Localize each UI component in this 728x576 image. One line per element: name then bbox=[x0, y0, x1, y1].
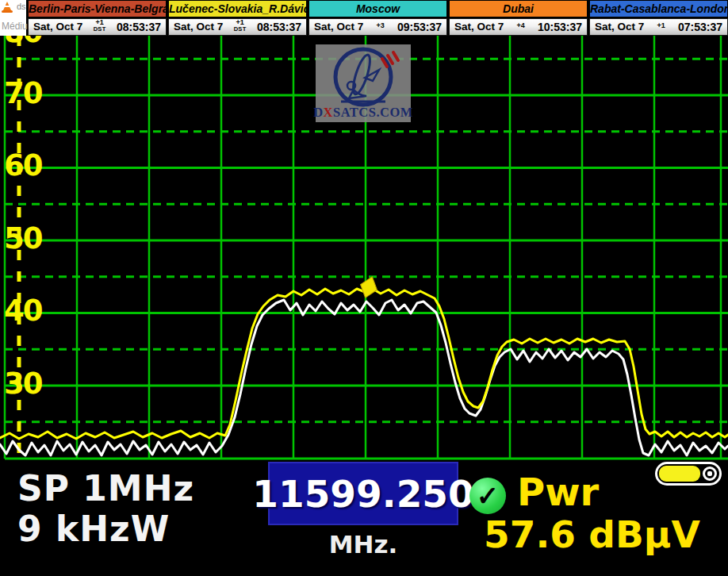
peak-marker[interactable] bbox=[357, 274, 381, 300]
y-axis-label: 70 bbox=[4, 79, 42, 108]
clock-panel: Dubai Sat, Oct 7 +4 10:53:37 bbox=[447, 0, 588, 36]
world-clock-bar: ds Médiu Berlin-Paris-Vienna-Belgrade Sa… bbox=[0, 0, 728, 36]
timezone-block: +4 bbox=[516, 22, 524, 29]
clock-panel: Moscow Sat, Oct 7 +3 09:53:37 bbox=[307, 0, 447, 36]
frequency-value: 11599.250 bbox=[252, 472, 473, 516]
timezone-block: +1 DST bbox=[94, 19, 106, 33]
time-label: 07:53:37 bbox=[678, 21, 722, 33]
city-label: Dubai bbox=[449, 0, 588, 18]
battery-icon bbox=[655, 462, 722, 486]
date-label: Sat, Oct 7 bbox=[174, 21, 223, 33]
time-row: Sat, Oct 7 +1 DST 08:53:37 bbox=[168, 18, 307, 36]
dst-label: DST bbox=[234, 26, 247, 33]
clock-panel: Lučenec-Slovakia_R.Dávid Sat, Oct 7 +1 D… bbox=[167, 0, 307, 36]
city-label: Rabat-Casablanca-London bbox=[589, 0, 728, 18]
timezone-block: +1 bbox=[657, 22, 665, 29]
time-label: 08:53:37 bbox=[117, 21, 161, 33]
city-label: Moscow bbox=[308, 0, 447, 18]
logo-text: DXSATCS.COM bbox=[313, 106, 413, 120]
date-label: Sat, Oct 7 bbox=[454, 21, 504, 33]
time-label: 10:53:37 bbox=[538, 21, 582, 33]
date-label: Sat, Oct 7 bbox=[33, 21, 82, 33]
time-row: Sat, Oct 7 +3 09:53:37 bbox=[308, 18, 447, 36]
dxsatcs-logo: DXSATCS.COM bbox=[316, 44, 411, 122]
vlc-title-fragment: ds bbox=[17, 2, 26, 11]
lock-ok-icon: ✓ bbox=[469, 478, 506, 514]
vlc-media-menu[interactable]: Médiu bbox=[2, 21, 28, 32]
utc-offset-label: +1 bbox=[657, 22, 665, 29]
city-label: Berlin-Paris-Vienna-Belgrade bbox=[28, 0, 167, 18]
city-label: Lučenec-Slovakia_R.Dávid bbox=[168, 0, 307, 18]
date-label: Sat, Oct 7 bbox=[595, 21, 644, 33]
clock-panel: Rabat-Casablanca-London Sat, Oct 7 +1 07… bbox=[588, 0, 728, 36]
vlc-window-fragment: ds Médiu bbox=[0, 0, 26, 36]
time-row: Sat, Oct 7 +4 10:53:37 bbox=[449, 18, 588, 36]
time-row: Sat, Oct 7 +1 DST 08:53:37 bbox=[28, 18, 167, 36]
utc-offset-label: +4 bbox=[516, 22, 524, 29]
clock-panels: Berlin-Paris-Vienna-Belgrade Sat, Oct 7 … bbox=[26, 0, 728, 36]
frequency-unit: MHz. bbox=[268, 530, 458, 559]
time-row: Sat, Oct 7 +1 07:53:37 bbox=[589, 18, 728, 36]
clock-panel: Berlin-Paris-Vienna-Belgrade Sat, Oct 7 … bbox=[26, 0, 167, 36]
sweep-settings: SP 1MHz 9 kHzW bbox=[17, 468, 194, 549]
date-label: Sat, Oct 7 bbox=[314, 21, 363, 33]
utc-offset-label: +3 bbox=[376, 22, 384, 29]
spectrum-analyzer-screen: 807060504030 DXSATCS.COM ds Médiu bbox=[0, 0, 728, 576]
max-hold-trace bbox=[0, 289, 728, 439]
y-axis-label: 30 bbox=[4, 369, 42, 398]
frequency-display[interactable]: 11599.250 bbox=[268, 462, 458, 525]
satellite-dish-icon bbox=[325, 46, 401, 108]
dst-label: DST bbox=[94, 26, 106, 33]
power-value: 57.6 dBµV bbox=[484, 513, 700, 556]
power-label: Pwr bbox=[517, 470, 599, 514]
y-axis-label: 50 bbox=[4, 224, 42, 253]
timezone-block: +3 bbox=[376, 22, 384, 29]
vlc-cone-icon bbox=[2, 1, 14, 13]
y-axis-label: 60 bbox=[4, 151, 42, 180]
readout-strip: SP 1MHz 9 kHzW 11599.250 MHz. ✓ Pwr 57.6… bbox=[0, 460, 728, 576]
time-label: 08:53:37 bbox=[257, 21, 301, 33]
time-label: 09:53:37 bbox=[397, 21, 442, 33]
timezone-block: +1 DST bbox=[234, 19, 247, 33]
span-label: SP 1MHz bbox=[17, 468, 194, 509]
rbw-label: 9 kHzW bbox=[17, 509, 194, 549]
live-trace bbox=[0, 300, 728, 455]
y-axis-label: 40 bbox=[4, 296, 42, 325]
